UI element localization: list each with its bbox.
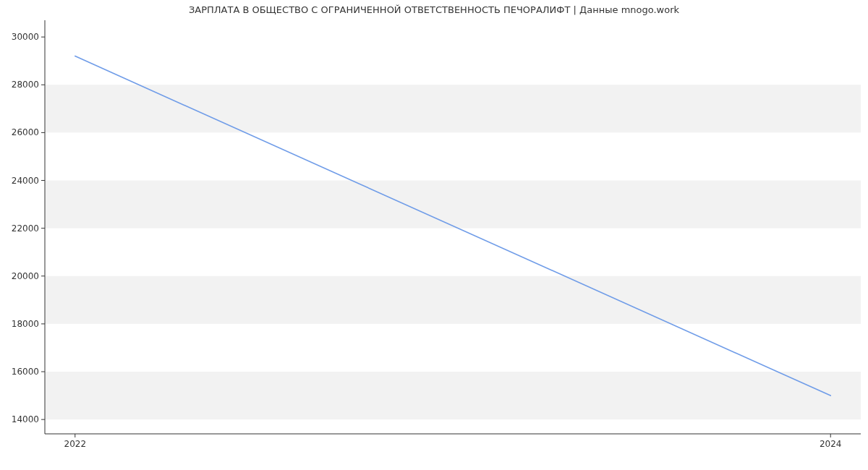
svg-rect-1 [45, 276, 861, 324]
svg-rect-3 [45, 85, 861, 132]
svg-rect-2 [45, 181, 861, 228]
svg-text:22000: 22000 [12, 223, 39, 234]
chart-container: ЗАРПЛАТА В ОБЩЕСТВО С ОГРАНИЧЕННОЙ ОТВЕТ… [0, 0, 868, 470]
svg-text:30000: 30000 [12, 32, 39, 42]
svg-text:26000: 26000 [12, 127, 39, 137]
svg-text:2024: 2024 [820, 439, 842, 449]
line-chart: 1400016000180002000022000240002600028000… [0, 0, 868, 470]
svg-text:16000: 16000 [12, 367, 39, 377]
svg-text:14000: 14000 [12, 414, 39, 424]
svg-text:2022: 2022 [64, 439, 87, 449]
svg-text:18000: 18000 [12, 319, 39, 329]
svg-text:24000: 24000 [12, 176, 39, 186]
svg-rect-0 [45, 372, 861, 419]
chart-title: ЗАРПЛАТА В ОБЩЕСТВО С ОГРАНИЧЕННОЙ ОТВЕТ… [0, 4, 868, 15]
svg-text:28000: 28000 [12, 80, 39, 90]
svg-text:20000: 20000 [12, 271, 39, 281]
